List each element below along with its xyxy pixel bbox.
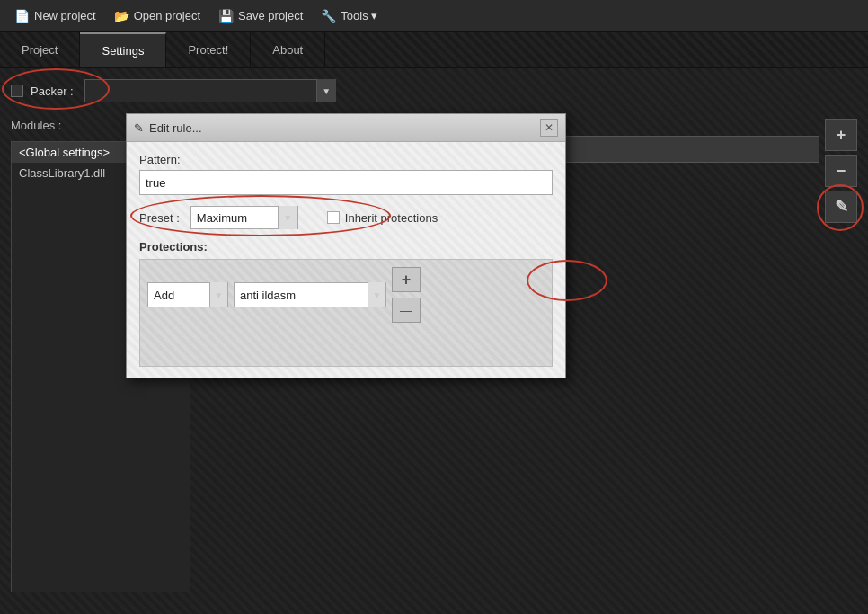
dialog-titlebar: ✎ Edit rule... ✕ (127, 114, 565, 142)
remove-rule-button[interactable]: − (825, 155, 857, 187)
save-project-label: Save project (238, 9, 303, 22)
type-combo[interactable]: anti ildasm ▼ (234, 282, 386, 307)
packer-combo[interactable] (84, 79, 316, 102)
inherit-row: Inherit protections (327, 211, 438, 225)
tab-settings[interactable]: Settings (80, 32, 166, 67)
packer-combo-arrow[interactable]: ▼ (316, 79, 336, 102)
tools-icon: 🔧 (321, 9, 336, 23)
tab-protect[interactable]: Protect! (166, 32, 251, 67)
side-buttons: + − ✎ (825, 119, 857, 592)
inherit-label: Inherit protections (345, 211, 438, 225)
edit-rule-button[interactable]: ✎ (825, 191, 857, 223)
preset-row: Preset : Maximum ▼ Inherit protections (139, 206, 553, 229)
preset-combo[interactable]: Maximum ▼ (190, 206, 298, 229)
action-combo-arrow[interactable]: ▼ (209, 282, 227, 307)
open-project-icon: 📂 (114, 9, 129, 23)
add-rule-button[interactable]: + (825, 119, 857, 151)
open-project-label: Open project (134, 9, 200, 22)
pattern-label: Pattern: (139, 153, 553, 166)
tab-bar: Project Settings Protect! About (0, 32, 868, 68)
tab-project[interactable]: Project (0, 32, 80, 67)
add-protection-button[interactable]: + (392, 267, 421, 292)
edit-rule-dialog: ✎ Edit rule... ✕ Pattern: Preset : (126, 113, 566, 378)
protection-row: Add ▼ anti ildasm ▼ + (147, 267, 545, 323)
save-project-icon: 💾 (218, 9, 234, 23)
new-project-button[interactable]: 📄 New project (7, 5, 103, 27)
dialog-title: ✎ Edit rule... (134, 121, 202, 135)
save-project-button[interactable]: 💾 Save project (211, 5, 310, 27)
open-project-button[interactable]: 📂 Open project (107, 5, 208, 27)
dialog-close-button[interactable]: ✕ (540, 119, 558, 137)
packer-row: Packer : ▼ (11, 79, 857, 102)
pattern-field: Pattern: (139, 153, 553, 195)
remove-protection-button[interactable]: — (392, 298, 421, 323)
new-project-icon: 📄 (14, 9, 30, 23)
pattern-input[interactable] (139, 170, 553, 195)
action-combo[interactable]: Add ▼ (147, 282, 228, 307)
tools-label: Tools ▾ (341, 9, 377, 22)
main-content: Packer : ▼ Modules : <Global settings> C… (0, 68, 868, 614)
preset-label: Preset : (139, 211, 180, 225)
tools-button[interactable]: 🔧 Tools ▾ (314, 5, 385, 27)
preset-combo-arrow[interactable]: ▼ (278, 206, 297, 229)
tab-about[interactable]: About (251, 32, 325, 67)
packer-checkbox[interactable] (11, 85, 23, 97)
protections-section: Protections: Add ▼ anti ildasm ▼ (139, 240, 553, 367)
protections-area: Add ▼ anti ildasm ▼ + (139, 259, 553, 367)
dialog-body: Pattern: Preset : Maximum ▼ (127, 142, 565, 378)
toolbar: 📄 New project 📂 Open project 💾 Save proj… (0, 0, 868, 32)
new-project-label: New project (34, 9, 96, 22)
type-combo-arrow[interactable]: ▼ (368, 282, 385, 307)
protections-label: Protections: (139, 240, 553, 254)
dialog-title-icon: ✎ (134, 121, 144, 135)
inherit-protections-checkbox[interactable] (327, 211, 340, 224)
prot-buttons-container: + — (392, 267, 421, 323)
packer-label: Packer : (31, 85, 74, 98)
